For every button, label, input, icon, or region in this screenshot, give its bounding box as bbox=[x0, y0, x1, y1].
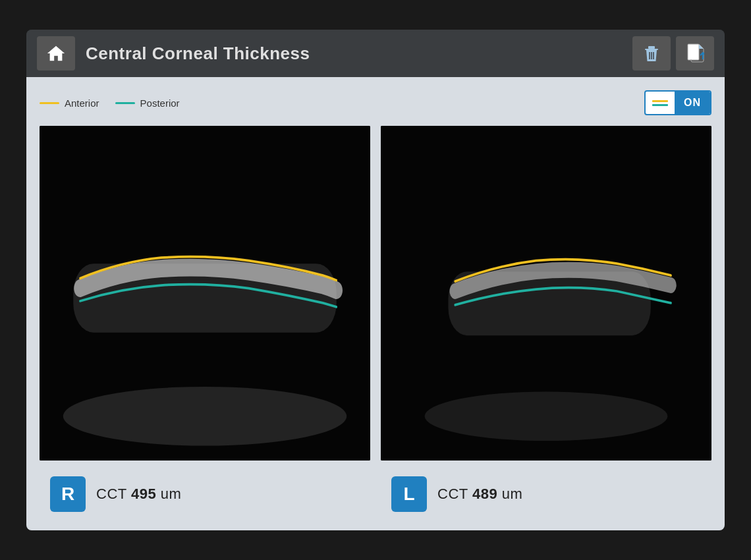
left-cct-value: CCT 489 um bbox=[437, 486, 522, 503]
export-button[interactable] bbox=[676, 36, 714, 70]
export-icon bbox=[686, 43, 704, 63]
overlay-toggle[interactable]: ON bbox=[644, 90, 711, 115]
images-row bbox=[40, 126, 711, 461]
home-button[interactable] bbox=[37, 36, 75, 70]
svg-rect-0 bbox=[645, 49, 658, 50]
left-cct-unit: um bbox=[497, 486, 522, 502]
legend-items: Anterior Posterior bbox=[40, 98, 180, 109]
posterior-label: Posterior bbox=[140, 98, 180, 109]
left-measurement-panel: L CCT 489 um bbox=[381, 471, 711, 517]
home-icon bbox=[46, 43, 66, 63]
title-normal: Central Corneal bbox=[86, 43, 223, 63]
anterior-line bbox=[40, 102, 59, 104]
right-eye-oct-image bbox=[40, 126, 370, 461]
legend-posterior: Posterior bbox=[115, 98, 180, 109]
legend-row: Anterior Posterior ON bbox=[40, 90, 711, 115]
left-eye-oct-image bbox=[381, 126, 711, 461]
title-bold: Thickness bbox=[223, 43, 310, 63]
toggle-on-button[interactable]: ON bbox=[675, 92, 710, 114]
left-cct-label: CCT bbox=[437, 486, 472, 502]
right-measurement-panel: R CCT 495 um bbox=[40, 471, 370, 517]
svg-rect-5 bbox=[688, 44, 699, 60]
right-cct-value: CCT 495 um bbox=[96, 486, 181, 503]
left-eye-scan bbox=[381, 126, 711, 461]
main-content: Anterior Posterior ON bbox=[26, 77, 725, 530]
toggle-teal-line bbox=[652, 104, 668, 106]
page-title: Central Corneal Thickness bbox=[86, 43, 622, 64]
legend-anterior: Anterior bbox=[40, 98, 99, 109]
svg-rect-1 bbox=[648, 46, 655, 49]
left-eye-badge: L bbox=[391, 476, 427, 512]
right-eye-badge: R bbox=[50, 476, 86, 512]
right-cct-number: 495 bbox=[131, 486, 156, 502]
delete-button[interactable] bbox=[632, 36, 671, 70]
measurements-row: R CCT 495 um L CCT 489 um bbox=[40, 471, 711, 517]
svg-point-12 bbox=[425, 391, 668, 441]
anterior-label: Anterior bbox=[65, 98, 99, 109]
posterior-line bbox=[115, 102, 135, 104]
toggle-lines-icon bbox=[646, 96, 675, 110]
right-cct-label: CCT bbox=[96, 486, 131, 502]
app-container: Central Corneal Thickness bbox=[26, 30, 725, 530]
toggle-yellow-line bbox=[652, 100, 668, 102]
right-cct-unit: um bbox=[156, 486, 181, 502]
trash-icon bbox=[642, 43, 661, 63]
right-eye-scan bbox=[40, 126, 370, 461]
svg-point-9 bbox=[63, 387, 347, 446]
header-actions bbox=[632, 36, 714, 70]
left-cct-number: 489 bbox=[472, 486, 497, 502]
header: Central Corneal Thickness bbox=[26, 30, 725, 77]
